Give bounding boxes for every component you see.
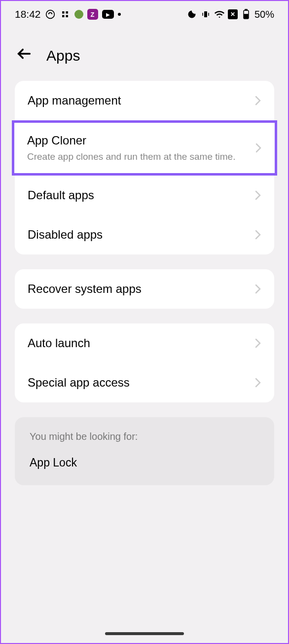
youtube-icon: ▶ [102, 10, 114, 19]
chevron-right-icon [254, 95, 261, 106]
chevron-right-icon [254, 338, 261, 349]
chevron-right-icon [254, 190, 261, 201]
app-cloner-item[interactable]: App Cloner Create app clones and run the… [14, 123, 275, 173]
dnd-icon [186, 9, 197, 20]
item-title: Special app access [28, 376, 254, 390]
special-app-access-item[interactable]: Special app access [15, 363, 274, 402]
svg-rect-2 [66, 11, 68, 14]
suggestion-card: You might be looking for: App Lock [15, 417, 274, 485]
battery-percent: 50% [254, 9, 274, 20]
chevron-right-icon [254, 229, 261, 240]
more-dot-icon [118, 13, 121, 16]
item-title: Default apps [28, 188, 254, 202]
item-title: Disabled apps [28, 228, 254, 242]
page-header: Apps [1, 26, 288, 81]
svg-rect-1 [62, 11, 65, 14]
app-management-item[interactable]: App management [15, 81, 274, 120]
status-left: 18:42 Z ▶ [15, 8, 121, 20]
chevron-right-icon [254, 377, 261, 388]
settings-group-3: Auto launch Special app access [15, 323, 274, 402]
slack-icon [60, 9, 71, 20]
svg-rect-9 [245, 9, 247, 10]
settings-group-1b: Default apps Disabled apps [15, 176, 274, 254]
page-title: Apps [46, 47, 80, 64]
chevron-right-icon [254, 284, 261, 294]
chevron-right-icon [255, 143, 262, 153]
back-button[interactable] [16, 45, 33, 66]
whatsapp-icon [45, 9, 56, 20]
item-title: App management [28, 94, 254, 107]
svg-rect-10 [244, 14, 248, 18]
suggestion-header: You might be looking for: [30, 431, 259, 442]
status-time: 18:42 [15, 8, 41, 20]
suggestion-item[interactable]: App Lock [30, 456, 259, 469]
svg-point-0 [46, 10, 54, 19]
status-right: ✕ 50% [186, 9, 274, 20]
status-bar: 18:42 Z ▶ ✕ 50% [1, 1, 288, 26]
svg-rect-4 [66, 15, 68, 18]
svg-rect-3 [62, 15, 65, 18]
wifi-icon [214, 9, 225, 20]
item-title: Recover system apps [28, 282, 254, 296]
item-title: App Cloner [27, 134, 255, 147]
item-subtitle: Create app clones and run them at the sa… [27, 151, 255, 162]
svg-rect-5 [204, 11, 207, 17]
highlighted-item-box: App Cloner Create app clones and run the… [12, 120, 277, 176]
disabled-apps-item[interactable]: Disabled apps [15, 215, 274, 254]
vibrate-icon [200, 9, 211, 20]
app-dot-icon [74, 10, 83, 19]
item-title: Auto launch [28, 336, 254, 350]
recover-system-apps-item[interactable]: Recover system apps [15, 269, 274, 309]
settings-group-1: App management [15, 81, 274, 120]
battery-icon [241, 9, 252, 20]
nav-bar-handle[interactable] [105, 632, 184, 635]
settings-group-2: Recover system apps [15, 269, 274, 309]
default-apps-item[interactable]: Default apps [15, 176, 274, 215]
z-app-icon: Z [87, 9, 98, 20]
auto-launch-item[interactable]: Auto launch [15, 323, 274, 363]
signal-off-icon: ✕ [228, 9, 238, 19]
